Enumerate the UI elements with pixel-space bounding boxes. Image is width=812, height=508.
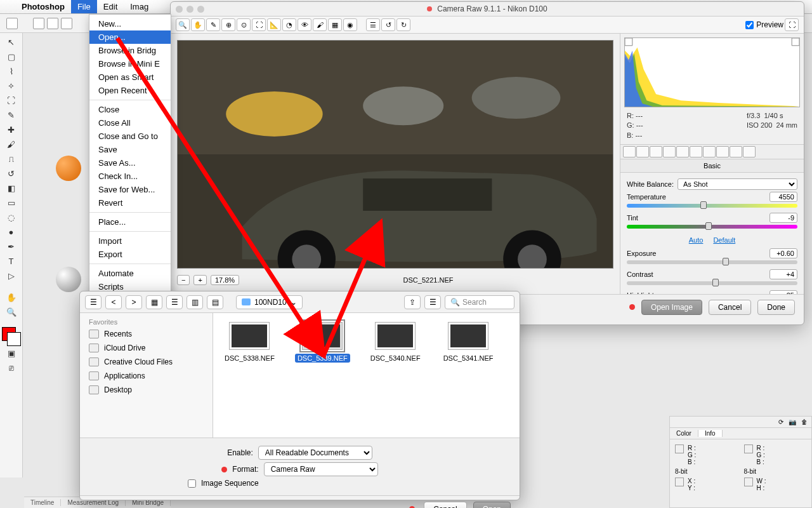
tags-icon[interactable]: ☰: [424, 295, 441, 309]
mode-icon-3[interactable]: [61, 18, 72, 29]
hand-tool-icon[interactable]: ✋: [4, 291, 19, 304]
slider-thumb[interactable]: [712, 279, 719, 286]
quickmask-icon[interactable]: ▣: [4, 347, 19, 359]
traffic-max-icon[interactable]: [197, 6, 204, 13]
auto-link[interactable]: Auto: [689, 236, 704, 244]
file-menu-item[interactable]: Browse in Mini E: [89, 57, 171, 70]
file-menu-item[interactable]: Close and Go to: [89, 130, 171, 143]
file-menu-item[interactable]: Automate: [89, 267, 171, 280]
zoom-out-button[interactable]: −: [177, 275, 190, 285]
eraser-tool-icon[interactable]: ◧: [4, 182, 19, 194]
tab-presets-icon[interactable]: [730, 146, 742, 157]
dodge-tool-icon[interactable]: ●: [4, 225, 19, 238]
file-menu-item[interactable]: Save for Web...: [89, 183, 171, 196]
wand-tool-icon[interactable]: ✧: [4, 79, 19, 92]
file-menu-item[interactable]: Save: [89, 143, 171, 156]
app-name[interactable]: Photoshop: [15, 2, 71, 11]
search-input[interactable]: 🔍 Search: [445, 295, 514, 309]
sidebar-item[interactable]: iCloud Drive: [80, 341, 213, 355]
zoom-in-button[interactable]: +: [193, 275, 206, 285]
cr-cancel-button[interactable]: Cancel: [709, 300, 751, 315]
file-menu-item[interactable]: Open...: [89, 30, 171, 44]
slider-track[interactable]: [627, 204, 797, 208]
view-gallery-icon[interactable]: ▤: [207, 295, 223, 309]
file-menu-item[interactable]: Open as Smart: [89, 70, 171, 84]
file-item[interactable]: DSC_5340.NEF: [368, 322, 423, 363]
slider-track[interactable]: [627, 225, 797, 229]
cr-crop-icon[interactable]: ⛶: [252, 18, 266, 31]
preview-checkbox[interactable]: Preview: [745, 20, 783, 29]
cr-spot-icon[interactable]: ◔: [282, 18, 296, 31]
default-link[interactable]: Default: [713, 236, 735, 244]
sequence-checkbox[interactable]: [188, 479, 196, 488]
tab-basic-icon[interactable]: [623, 146, 636, 157]
mode-icon-2[interactable]: [47, 18, 58, 29]
tab-camera-icon[interactable]: [716, 146, 729, 157]
file-menu-item[interactable]: Check In...: [89, 170, 171, 183]
cr-wb-icon[interactable]: ✎: [206, 18, 220, 31]
mode-icon[interactable]: [33, 18, 44, 29]
cr-straighten-icon[interactable]: 📐: [267, 18, 281, 31]
file-menu-item[interactable]: Close: [89, 103, 171, 116]
sidebar-toggle-icon[interactable]: ☰: [85, 295, 102, 309]
path-tool-icon[interactable]: ▷: [4, 269, 19, 282]
sidebar-item[interactable]: Recents: [80, 327, 213, 341]
back-button[interactable]: <: [105, 295, 122, 309]
slider-value[interactable]: -9: [769, 213, 797, 223]
menu-image[interactable]: Imag: [124, 0, 155, 13]
cr-fullscreen-icon[interactable]: ⛶: [785, 18, 799, 31]
cr-rotate-l-icon[interactable]: ↺: [381, 18, 395, 31]
slider-value[interactable]: 4550: [769, 192, 797, 202]
menu-edit[interactable]: Edit: [97, 0, 124, 13]
zoom-tool-icon[interactable]: 🔍: [4, 305, 19, 318]
file-menu-item[interactable]: Close All: [89, 116, 171, 130]
file-menu-item[interactable]: Place...: [89, 215, 171, 229]
background-color[interactable]: [7, 332, 21, 346]
pen-tool-icon[interactable]: ✒: [4, 240, 19, 253]
history-icon[interactable]: ⟳: [778, 418, 783, 425]
forward-button[interactable]: >: [126, 295, 142, 309]
marquee-icon[interactable]: [6, 18, 18, 29]
cr-radial-icon[interactable]: ◉: [343, 18, 357, 31]
path-dropdown[interactable]: 100ND10 ⌄: [236, 295, 303, 309]
cr-redeye-icon[interactable]: 👁: [298, 18, 311, 31]
slider-track[interactable]: [627, 281, 797, 285]
finder-open-button[interactable]: Open: [473, 502, 511, 509]
gradient-tool-icon[interactable]: ▭: [4, 196, 19, 209]
cr-brush-icon[interactable]: 🖌: [313, 18, 327, 31]
camera-icon[interactable]: 📷: [789, 418, 796, 425]
marquee-tool-icon[interactable]: ▢: [4, 50, 19, 63]
wb-select[interactable]: As Shot: [678, 178, 797, 190]
slider-track[interactable]: [627, 260, 797, 264]
heal-tool-icon[interactable]: ✚: [4, 123, 19, 136]
share-icon[interactable]: ⇪: [404, 295, 421, 309]
slider-thumb[interactable]: [723, 258, 729, 265]
stamp-tool-icon[interactable]: ⎍: [4, 152, 19, 165]
cr-sampler-icon[interactable]: ⊕: [221, 18, 235, 31]
move-tool-icon[interactable]: ↖: [4, 36, 19, 48]
tab-detail-icon[interactable]: [650, 146, 662, 157]
crop-tool-icon[interactable]: ⛶: [4, 94, 19, 107]
cr-list-icon[interactable]: ☰: [366, 18, 380, 31]
history-brush-icon[interactable]: ↺: [4, 167, 19, 180]
traffic-close-icon[interactable]: [176, 6, 183, 13]
cr-hand-icon[interactable]: ✋: [191, 18, 205, 31]
tab-snapshots-icon[interactable]: [743, 146, 756, 157]
finder-cancel-button[interactable]: Cancel: [424, 502, 466, 509]
tab-fx-icon[interactable]: [703, 146, 716, 157]
eyedropper-tool-icon[interactable]: ✎: [4, 109, 19, 121]
cr-target-icon[interactable]: ⊙: [237, 18, 251, 31]
tab-split-icon[interactable]: [676, 146, 689, 157]
slider-thumb[interactable]: [700, 201, 707, 209]
view-icons-icon[interactable]: ▦: [146, 295, 162, 309]
file-menu-item[interactable]: Export: [89, 248, 171, 261]
slider-value[interactable]: +4: [769, 269, 797, 279]
file-item[interactable]: DSC_5339.NEF: [295, 322, 350, 363]
sidebar-item[interactable]: Desktop: [80, 383, 213, 397]
cr-zoom-icon[interactable]: 🔍: [176, 18, 190, 31]
traffic-min-icon[interactable]: [187, 6, 193, 13]
cr-grad-icon[interactable]: ▦: [328, 18, 342, 31]
cr-done-button[interactable]: Done: [757, 300, 795, 315]
blur-tool-icon[interactable]: ◌: [4, 211, 19, 224]
file-item[interactable]: DSC_5341.NEF: [441, 322, 496, 363]
